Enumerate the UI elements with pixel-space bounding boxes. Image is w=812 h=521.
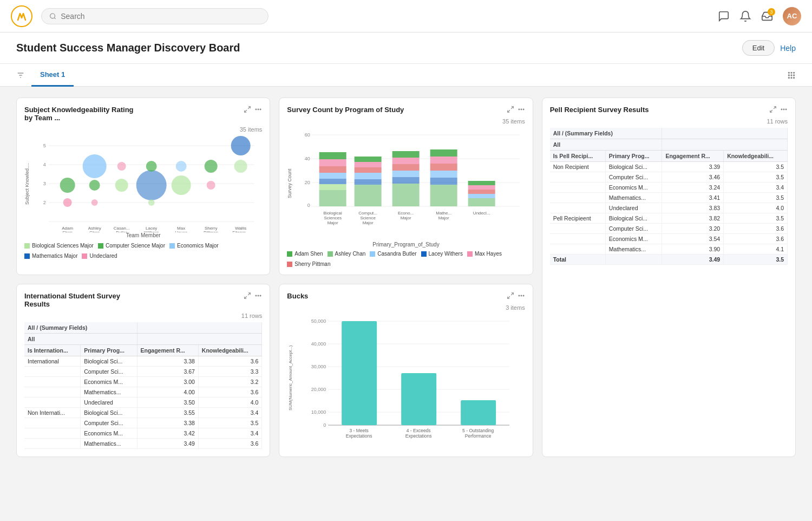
svg-text:Performance: Performance xyxy=(465,433,492,439)
col-engagement: Engagement R... xyxy=(662,151,724,162)
svg-line-14 xyxy=(245,110,247,112)
svg-line-122 xyxy=(507,296,509,298)
pell-know-3: 3.4 xyxy=(724,183,788,193)
card-header-5: Bucks xyxy=(287,292,525,300)
svg-line-112 xyxy=(770,110,772,112)
svg-rect-75 xyxy=(319,184,346,190)
intl-summary-field: All / (Summary Fields) xyxy=(24,322,137,334)
expand-icon-2[interactable] xyxy=(507,106,514,113)
messages-icon[interactable] xyxy=(718,10,730,22)
nav-right: 3 AC xyxy=(718,7,801,25)
chart3-title: Pell Recipient Survey Results xyxy=(550,106,649,114)
svg-rect-84 xyxy=(392,158,420,164)
pell-know-1: 3.5 xyxy=(724,162,788,172)
more-icon-1[interactable] xyxy=(254,106,262,113)
svg-rect-82 xyxy=(355,185,382,206)
top-navigation: 3 AC xyxy=(0,0,812,32)
card-header-2: Survey Count by Program of Study xyxy=(287,106,525,114)
svg-text:3: 3 xyxy=(43,181,46,186)
svg-line-117 xyxy=(245,296,247,298)
table-row-total: Total 3.49 3.5 xyxy=(550,255,788,265)
svg-point-10 xyxy=(788,77,789,78)
expand-icon-3[interactable] xyxy=(769,106,777,113)
app-logo[interactable] xyxy=(11,5,32,27)
chart5-items: 3 items xyxy=(287,304,525,311)
legend-math-color xyxy=(24,253,30,259)
table-row: Mathematics... 3.90 4.1 xyxy=(550,244,788,255)
svg-point-37 xyxy=(172,175,191,195)
pell-prog-5: Undeclared xyxy=(605,203,662,213)
legend-econ: Economics Major xyxy=(169,243,219,249)
svg-text:40: 40 xyxy=(305,156,310,161)
svg-text:Sciences: Sciences xyxy=(324,216,342,220)
expand-icon-5[interactable] xyxy=(507,292,514,299)
svg-point-120 xyxy=(260,295,261,296)
svg-point-15 xyxy=(256,109,257,110)
tabs: Sheet 1 xyxy=(31,64,74,86)
svg-point-16 xyxy=(258,109,259,110)
help-link[interactable]: Help xyxy=(780,44,796,53)
svg-point-17 xyxy=(260,109,261,110)
svg-rect-90 xyxy=(430,157,457,164)
table-row: Economics M... 3.24 3.4 xyxy=(550,183,788,193)
svg-rect-85 xyxy=(392,164,420,171)
expand-icon-4[interactable] xyxy=(244,292,251,299)
more-icon-3[interactable] xyxy=(780,106,788,113)
svg-rect-96 xyxy=(468,185,495,190)
svg-text:20: 20 xyxy=(305,180,310,185)
intl-col-0: Is Internation... xyxy=(24,345,81,356)
filter-icon[interactable] xyxy=(16,71,25,80)
legend-ashley-color xyxy=(328,251,333,257)
intl-table: All / (Summary Fields) All Is Internatio… xyxy=(24,322,262,449)
legend-lacey-label: Lacey Withers xyxy=(429,251,463,257)
grid-menu-icon[interactable] xyxy=(787,71,796,80)
svg-text:Comput...: Comput... xyxy=(359,211,378,216)
svg-rect-86 xyxy=(392,171,420,177)
svg-text:Hayes: Hayes xyxy=(175,230,187,232)
inbox-icon[interactable]: 3 xyxy=(761,10,773,22)
legend-ashley-label: Ashley Chan xyxy=(335,251,366,257)
svg-text:Expectations: Expectations xyxy=(346,433,372,439)
tab-sheet1[interactable]: Sheet 1 xyxy=(31,64,74,87)
table-row: Computer Sci... 3.20 3.6 xyxy=(550,224,788,234)
legend-max: Max Hayes xyxy=(467,251,502,257)
search-input[interactable] xyxy=(61,12,260,21)
svg-point-11 xyxy=(791,77,792,78)
svg-point-28 xyxy=(63,198,72,207)
chart5-title: Bucks xyxy=(287,292,308,300)
svg-text:40,000: 40,000 xyxy=(311,341,326,347)
page-header: Student Success Manager Discovery Board … xyxy=(0,32,812,64)
legend-sherry-label: Sherry Pittman xyxy=(294,261,330,267)
svg-rect-97 xyxy=(468,190,495,194)
inbox-badge: 3 xyxy=(768,8,775,16)
chart2-items: 35 items xyxy=(287,118,525,125)
svg-point-12 xyxy=(794,77,795,78)
user-avatar[interactable]: AC xyxy=(783,7,801,25)
col-primary-prog: Primary Prog... xyxy=(605,151,662,162)
chart4-title: International Student Survey Results xyxy=(24,292,143,308)
more-icon-2[interactable] xyxy=(518,106,525,113)
table-row: Computer Sci... 3.46 3.5 xyxy=(550,172,788,183)
more-icon-5[interactable] xyxy=(518,292,525,299)
more-icon-4[interactable] xyxy=(254,292,262,299)
expand-icon-1[interactable] xyxy=(244,106,251,113)
svg-text:4 - Exceeds: 4 - Exceeds xyxy=(407,428,431,433)
svg-point-6 xyxy=(794,72,795,73)
search-box[interactable] xyxy=(41,8,269,24)
legend-cs-color xyxy=(98,243,103,249)
chart1-legend: Biological Sciences Major Computer Scien… xyxy=(24,243,262,259)
pell-prog-3: Economics M... xyxy=(605,183,662,193)
edit-button[interactable]: Edit xyxy=(742,40,775,56)
svg-text:Mathe...: Mathe... xyxy=(436,211,452,216)
svg-text:Pittman: Pittman xyxy=(204,230,218,232)
svg-rect-78 xyxy=(355,162,382,167)
svg-rect-76 xyxy=(319,190,346,206)
card-header-3: Pell Recipient Survey Results xyxy=(550,106,788,114)
legend-econ-label: Economics Major xyxy=(177,243,219,249)
chart2-legend: Adam Shen Ashley Chan Casandra Butler La… xyxy=(287,251,525,267)
bubble-chart-svg: 5 4 3 2 xyxy=(30,135,262,232)
svg-rect-74 xyxy=(319,179,346,184)
notifications-icon[interactable] xyxy=(739,10,751,22)
chart2-y-label: Survey Count xyxy=(287,127,292,240)
legend-casandra: Casandra Butler xyxy=(370,251,416,257)
